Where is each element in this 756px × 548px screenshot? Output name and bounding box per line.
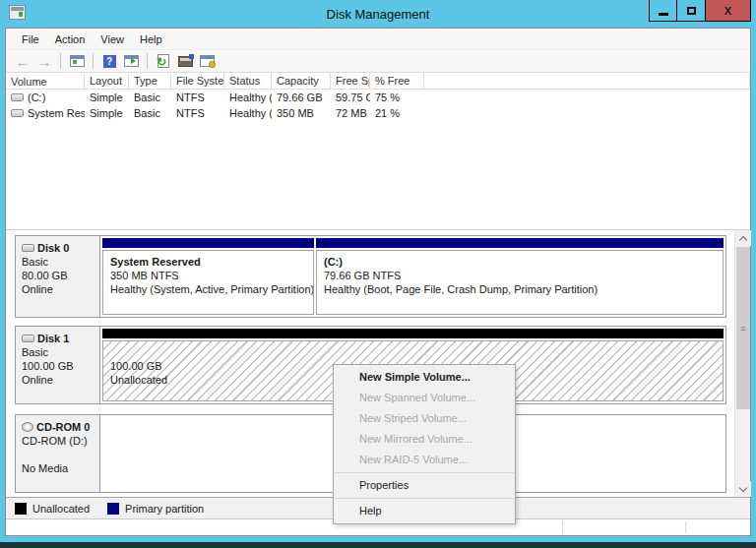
disk-0-partitions: System Reserved 350 MB NTFS Healthy (Sys… [100,236,725,317]
column-header-pct-free[interactable]: % Free [370,73,424,89]
column-header-layout[interactable]: Layout [85,73,129,89]
cdrom-0-status: No Media [22,461,95,475]
menu-file[interactable]: File [14,30,47,48]
minimize-icon [659,13,668,16]
volume-list: Volume Layout Type File System Status Ca… [6,73,750,226]
app-icon [9,5,26,20]
legend-primary-label: Primary partition [125,503,204,515]
toolbar: ← → ? ↻ [6,50,750,73]
minimize-button[interactable] [649,0,677,22]
menu-item-new-spanned-volume: New Spanned Volume... [334,388,515,408]
unallocated-swatch [15,503,27,515]
refresh-icon: ↻ [158,54,169,68]
forward-icon: → [37,54,52,69]
disk-1-size: 100.00 GB [22,359,95,373]
console-tree-icon [70,55,85,67]
settings-icon [200,55,215,67]
column-header-free-space[interactable]: Free Spa... [331,73,370,89]
table-row-system-reserved[interactable]: System Reserved Simple Basic NTFS Health… [6,105,750,121]
cdrom-0-kind: CD-ROM (D:) [22,434,95,448]
primary-partition-bar [102,238,314,248]
disk-0-row: Disk 0 Basic 80.00 GB Online System Rese… [15,235,726,318]
menu-action[interactable]: Action [47,30,94,48]
partition-system-reserved[interactable]: System Reserved 350 MB NTFS Healthy (Sys… [102,238,314,315]
action-pane-button[interactable] [121,52,141,70]
menu-view[interactable]: View [93,30,132,48]
column-header-type[interactable]: Type [129,73,171,89]
table-row-volume-c[interactable]: (C:) Simple Basic NTFS Healthy (B... 79.… [6,90,750,105]
action-pane-icon [124,55,139,67]
column-header-file-system[interactable]: File System [171,73,224,89]
window-controls: X [649,0,751,22]
disk-icon [22,244,34,252]
disk-1-kind: Basic [22,345,95,359]
cdrom-0-header[interactable]: CD-ROM 0 CD-ROM (D:) No Media [16,415,100,492]
primary-partition-bar [316,238,724,248]
rescan-disks-button[interactable] [175,52,195,70]
close-icon: X [724,5,731,17]
disk-1-status: Online [22,373,95,387]
back-icon: ← [16,54,31,69]
drive-icon [11,109,24,117]
disk-1-header[interactable]: Disk 1 Basic 100.00 GB Online [16,327,100,403]
back-button[interactable]: ← [13,52,32,70]
console-tree-button[interactable] [67,52,87,70]
statusbar-divider [685,521,686,533]
menu-help[interactable]: Help [132,30,170,48]
menu-bar: File Action View Help [6,29,750,50]
disk-0-kind: Basic [22,255,95,269]
disk-0-status: Online [22,282,95,296]
menu-separator [335,472,514,473]
scroll-down-button[interactable] [735,481,751,497]
disk-0-size: 80.00 GB [22,269,95,282]
menu-item-new-striped-volume: New Striped Volume... [334,408,515,429]
help-button[interactable]: ? [99,52,119,70]
column-header-empty [424,73,750,89]
column-header-capacity[interactable]: Capacity [272,73,331,89]
menu-item-new-raid5-volume: New RAID-5 Volume... [334,450,515,470]
disk-icon [22,335,34,342]
drive-icon [11,93,24,101]
scrollbar-thumb[interactable]: ≡ [736,247,750,409]
settings-button[interactable] [197,52,217,70]
maximize-icon [687,7,696,15]
menu-item-new-mirrored-volume: New Mirrored Volume... [334,429,515,450]
legend-unallocated-label: Unallocated [32,503,90,515]
vertical-scrollbar[interactable]: ≡ [734,230,750,497]
menu-item-properties[interactable]: Properties [334,475,515,496]
maximize-button[interactable] [677,0,706,22]
toolbar-separator [147,53,148,69]
rescan-disks-icon [178,56,193,67]
context-menu: New Simple Volume... New Spanned Volume.… [333,364,516,524]
disk-management-window: Disk Management X File Action View Help … [0,0,756,548]
menu-separator [335,498,514,499]
close-button[interactable]: X [706,0,751,22]
disk-0-header[interactable]: Disk 0 Basic 80.00 GB Online [16,236,100,317]
titlebar: Disk Management X [0,0,756,28]
unallocated-bar [102,329,724,338]
toolbar-separator [93,53,94,69]
partition-c-drive[interactable]: (C:) 79.66 GB NTFS Healthy (Boot, Page F… [316,238,724,315]
column-header-status[interactable]: Status [224,73,272,89]
cdrom-icon [22,422,33,432]
volume-list-header: Volume Layout Type File System Status Ca… [6,73,750,90]
chevron-down-icon [739,483,747,491]
toolbar-separator [60,53,61,69]
menu-item-help[interactable]: Help [334,501,515,521]
screen-edge [0,542,756,548]
window-title: Disk Management [0,7,756,22]
forward-button[interactable]: → [34,52,54,70]
statusbar-divider [562,521,563,533]
refresh-button[interactable]: ↻ [154,52,173,70]
primary-partition-swatch [107,503,119,515]
menu-item-new-simple-volume[interactable]: New Simple Volume... [334,367,515,388]
scroll-up-button[interactable] [735,230,751,246]
chevron-up-icon [739,235,747,243]
help-icon: ? [103,55,116,68]
column-header-volume[interactable]: Volume [6,73,85,89]
